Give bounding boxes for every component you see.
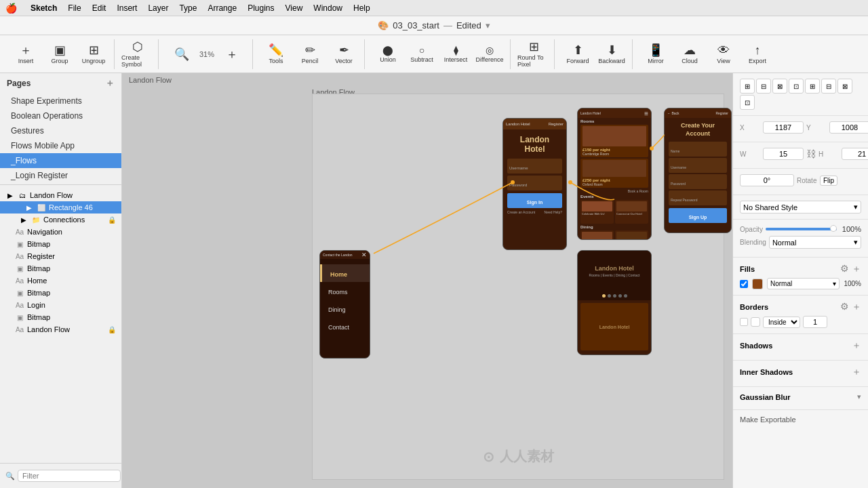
align-center-v-button[interactable]: ⊞ <box>805 79 820 94</box>
layer-landon-flow-text[interactable]: Aa Landon Flow 🔒 <box>0 323 121 336</box>
menu-view[interactable]: View <box>285 3 303 13</box>
fills-settings-button[interactable]: ⚙ <box>840 263 849 275</box>
layer-bitmap2[interactable]: ▣ Bitmap <box>0 262 121 274</box>
opacity-slider[interactable] <box>766 228 837 230</box>
align-top-button[interactable]: ⊡ <box>789 79 804 94</box>
shared-style-dropdown[interactable]: No Shared Style ▾ <box>740 201 861 214</box>
border-checkbox[interactable] <box>740 318 748 326</box>
flip-button[interactable]: Flip <box>820 176 837 186</box>
dropdown-chevron[interactable]: ▾ <box>486 20 490 30</box>
sidebar-item-gestures[interactable]: Gestures <box>0 123 121 138</box>
layer-navigation[interactable]: Aa Navigation <box>0 226 121 238</box>
y-input[interactable] <box>829 121 868 134</box>
align-center-h-button[interactable]: ⊟ <box>756 79 771 94</box>
layer-bitmap3[interactable]: ▣ Bitmap <box>0 287 121 299</box>
width-input[interactable] <box>763 148 804 160</box>
shadows-add-button[interactable]: ＋ <box>852 340 861 352</box>
x-input[interactable] <box>763 121 804 134</box>
menu-type[interactable]: Type <box>179 3 197 13</box>
zoom-in-button[interactable]: ＋ <box>216 39 248 69</box>
menu-window[interactable]: Window <box>313 3 342 13</box>
distribute-h-button[interactable]: ⊠ <box>837 79 852 94</box>
align-right-button[interactable]: ⊠ <box>772 79 787 94</box>
rotate-input[interactable] <box>740 174 794 186</box>
canvas-area[interactable]: Landon Flow Landon Flow Landon Hotel Reg… <box>122 73 732 488</box>
intersect-button[interactable]: ⧫ Intersect <box>439 39 472 69</box>
backward-button[interactable]: ⬇ Backward <box>595 39 628 69</box>
subtract-button[interactable]: ○ Subtract <box>406 39 438 69</box>
menu-home-item[interactable]: Home <box>330 271 347 278</box>
layer-bitmap4[interactable]: ▣ Bitmap <box>0 311 121 323</box>
round-to-pixel-button[interactable]: ⊞ Round To Pixel <box>517 39 550 69</box>
menu-dining-item[interactable]: Dining <box>328 306 346 313</box>
borders-add-button[interactable]: ＋ <box>852 301 861 313</box>
group-button[interactable]: ▣ Group <box>43 39 76 69</box>
sidebar-item-login-register[interactable]: _Login Register <box>0 168 121 183</box>
border-position-select[interactable]: Inside <box>763 317 800 328</box>
sidebar-item-flows[interactable]: _Flows <box>0 153 121 168</box>
create-symbol-button[interactable]: ⬡ Create Symbol <box>121 39 154 69</box>
artboard-register[interactable]: ← Back Register Create Your Account Name… <box>664 108 732 233</box>
link-icon[interactable]: ⛓ <box>806 148 816 159</box>
menu-edit[interactable]: Edit <box>92 3 106 13</box>
signin-btn[interactable]: Sign In <box>527 200 542 205</box>
menu-layer[interactable]: Layer <box>148 3 168 13</box>
menu-rooms-item[interactable]: Rooms <box>328 289 348 296</box>
zoom-out-button[interactable]: 🔍 <box>165 39 198 69</box>
difference-button[interactable]: ◎ Difference <box>473 39 506 69</box>
pencil-button[interactable]: ✏ Pencil <box>294 39 326 69</box>
fill-checkbox[interactable] <box>740 280 748 288</box>
menu-file[interactable]: File <box>68 3 81 13</box>
forward-button[interactable]: ⬆ Forward <box>561 39 594 69</box>
align-bottom-button[interactable]: ⊟ <box>821 79 836 94</box>
vector-button[interactable]: ✒ Vector <box>328 39 360 69</box>
distribute-v-button[interactable]: ⊡ <box>740 95 755 110</box>
apple-menu[interactable]: 🍎 <box>5 3 17 14</box>
inner-shadows-add-button[interactable]: ＋ <box>852 366 861 378</box>
view-button[interactable]: 👁 View <box>707 39 740 69</box>
menu-plugins[interactable]: Plugins <box>248 3 274 13</box>
zoom-level[interactable]: 31% <box>199 50 214 58</box>
gaussian-blur-arrow[interactable]: ▾ <box>857 392 861 401</box>
layer-rectangle46[interactable]: ▶ ⬜ Rectangle 46 <box>0 201 121 214</box>
artboard-home[interactable]: Landon Hotel ≡ Rooms £150 per night Camb… <box>577 108 652 240</box>
cloud-button[interactable]: ☁ Cloud <box>673 39 706 69</box>
filter-input[interactable] <box>18 470 121 482</box>
menu-insert[interactable]: Insert <box>117 3 137 13</box>
export-button[interactable]: ↑ Export <box>741 39 774 69</box>
layer-group-landon-flow[interactable]: ▶ 🗂 Landon Flow <box>0 189 121 201</box>
artboard-menu[interactable]: Contact the Landon ✕ Home Rooms Dining <box>319 250 370 359</box>
fills-add-button[interactable]: ＋ <box>852 263 861 275</box>
sidebar-item-boolean-operations[interactable]: Boolean Operations <box>0 108 121 123</box>
artboard-frame[interactable]: Landon Hotel Register LandonHotel Userna… <box>312 94 724 480</box>
border-thickness-input[interactable] <box>803 316 827 328</box>
layer-register[interactable]: Aa Register <box>0 250 121 262</box>
fill-blending-dropdown[interactable]: Normal ▾ <box>767 278 840 289</box>
fill-color-swatch[interactable] <box>752 279 763 289</box>
layer-connections[interactable]: ▶ 📁 Connections 🔒 <box>0 214 121 226</box>
tools-button[interactable]: ✏️ Tools <box>260 39 292 69</box>
layer-bitmap1[interactable]: ▣ Bitmap <box>0 238 121 250</box>
layer-home[interactable]: Aa Home <box>0 274 121 287</box>
artboard-footer[interactable]: Landon Hotel Rooms | Events | Dining | C… <box>577 250 652 355</box>
menu-contact-item[interactable]: Contact <box>328 324 349 331</box>
signup-btn[interactable]: Sign Up <box>689 215 707 220</box>
layer-login[interactable]: Aa Login <box>0 299 121 311</box>
mirror-button[interactable]: 📱 Mirror <box>639 39 672 69</box>
menu-sketch[interactable]: Sketch <box>31 3 57 13</box>
insert-button[interactable]: ＋ Insert <box>9 39 42 69</box>
align-left-button[interactable]: ⊞ <box>740 79 755 94</box>
artboard-login[interactable]: Landon Hotel Register LandonHotel Userna… <box>502 118 567 250</box>
menu-arrange[interactable]: Arrange <box>208 3 237 13</box>
sidebar-item-flows-mobile-app[interactable]: Flows Mobile App <box>0 138 121 153</box>
ungroup-button[interactable]: ⊞ Ungroup <box>77 39 110 69</box>
menu-help[interactable]: Help <box>353 3 370 13</box>
border-color-swatch[interactable] <box>751 317 760 327</box>
make-exportable-section[interactable]: Make Exportable <box>733 410 868 429</box>
borders-settings-button[interactable]: ⚙ <box>840 301 849 313</box>
height-input[interactable] <box>842 148 868 160</box>
blending-dropdown[interactable]: Normal ▾ <box>769 236 861 249</box>
add-page-button[interactable]: ＋ <box>105 77 115 89</box>
sidebar-item-shape-experiments[interactable]: Shape Experiments <box>0 94 121 108</box>
union-button[interactable]: ⬤ Union <box>372 39 404 69</box>
